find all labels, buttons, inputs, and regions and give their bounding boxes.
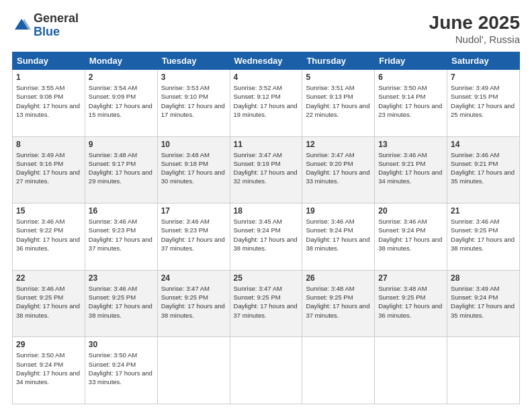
day-info: Sunrise: 3:50 AMSunset: 9:24 PMDaylight:…	[16, 351, 80, 385]
day-info: Sunrise: 3:54 AMSunset: 9:09 PMDaylight:…	[89, 84, 152, 118]
calendar-cell: 3 Sunrise: 3:53 AMSunset: 9:10 PMDayligh…	[157, 70, 230, 137]
calendar-cell: 17 Sunrise: 3:46 AMSunset: 9:23 PMDaylig…	[157, 203, 230, 271]
day-info: Sunrise: 3:48 AMSunset: 9:25 PMDaylight:…	[378, 285, 442, 319]
day-number: 19	[306, 206, 371, 216]
calendar-week-row: 8 Sunrise: 3:49 AMSunset: 9:16 PMDayligh…	[13, 136, 520, 203]
calendar-cell	[375, 337, 447, 404]
day-number: 29	[16, 340, 81, 349]
calendar-cell: 9 Sunrise: 3:48 AMSunset: 9:17 PMDayligh…	[85, 136, 157, 203]
day-info: Sunrise: 3:47 AMSunset: 9:25 PMDaylight:…	[161, 285, 225, 319]
calendar-cell: 20 Sunrise: 3:46 AMSunset: 9:24 PMDaylig…	[375, 203, 447, 271]
logo-icon	[12, 16, 31, 35]
calendar-cell	[230, 337, 302, 404]
calendar-cell: 10 Sunrise: 3:48 AMSunset: 9:18 PMDaylig…	[157, 136, 230, 203]
day-info: Sunrise: 3:46 AMSunset: 9:24 PMDaylight:…	[306, 218, 369, 252]
day-info: Sunrise: 3:46 AMSunset: 9:25 PMDaylight:…	[16, 285, 80, 319]
calendar-week-row: 22 Sunrise: 3:46 AMSunset: 9:25 PMDaylig…	[13, 270, 520, 337]
calendar-cell: 18 Sunrise: 3:45 AMSunset: 9:24 PMDaylig…	[230, 203, 302, 271]
day-number: 26	[306, 273, 371, 283]
day-number: 5	[306, 73, 371, 82]
calendar-cell: 29 Sunrise: 3:50 AMSunset: 9:24 PMDaylig…	[13, 337, 85, 404]
day-info: Sunrise: 3:46 AMSunset: 9:21 PMDaylight:…	[378, 151, 442, 185]
calendar-page: General Blue June 2025 Nudol', Russia Su…	[0, 0, 532, 411]
day-info: Sunrise: 3:46 AMSunset: 9:24 PMDaylight:…	[378, 218, 442, 252]
calendar-cell: 7 Sunrise: 3:49 AMSunset: 9:15 PMDayligh…	[447, 70, 520, 137]
weekday-header: Monday	[85, 52, 157, 70]
day-info: Sunrise: 3:45 AMSunset: 9:24 PMDaylight:…	[234, 218, 298, 252]
day-number: 30	[89, 340, 154, 349]
calendar-cell: 22 Sunrise: 3:46 AMSunset: 9:25 PMDaylig…	[13, 270, 85, 337]
day-number: 17	[161, 206, 226, 216]
calendar-cell: 11 Sunrise: 3:47 AMSunset: 9:19 PMDaylig…	[230, 136, 302, 203]
calendar-cell: 26 Sunrise: 3:48 AMSunset: 9:25 PMDaylig…	[302, 270, 375, 337]
day-number: 18	[234, 206, 299, 216]
day-info: Sunrise: 3:48 AMSunset: 9:25 PMDaylight:…	[306, 285, 369, 319]
day-info: Sunrise: 3:49 AMSunset: 9:24 PMDaylight:…	[451, 285, 515, 319]
day-number: 16	[89, 206, 154, 216]
day-info: Sunrise: 3:55 AMSunset: 9:08 PMDaylight:…	[16, 84, 80, 118]
calendar-week-row: 15 Sunrise: 3:46 AMSunset: 9:22 PMDaylig…	[13, 203, 520, 271]
calendar-cell: 28 Sunrise: 3:49 AMSunset: 9:24 PMDaylig…	[447, 270, 520, 337]
day-info: Sunrise: 3:46 AMSunset: 9:23 PMDaylight:…	[161, 218, 225, 252]
day-number: 2	[89, 73, 154, 82]
calendar-table: SundayMondayTuesdayWednesdayThursdayFrid…	[12, 52, 520, 404]
calendar-cell	[157, 337, 230, 404]
day-number: 12	[306, 140, 371, 149]
day-info: Sunrise: 3:48 AMSunset: 9:17 PMDaylight:…	[89, 151, 152, 185]
day-number: 7	[451, 73, 516, 82]
day-info: Sunrise: 3:50 AMSunset: 9:14 PMDaylight:…	[378, 84, 442, 118]
location: Nudol', Russia	[429, 34, 520, 45]
logo: General Blue	[12, 12, 79, 39]
day-info: Sunrise: 3:46 AMSunset: 9:25 PMDaylight:…	[451, 218, 515, 252]
day-number: 13	[378, 140, 443, 149]
calendar-cell: 4 Sunrise: 3:52 AMSunset: 9:12 PMDayligh…	[230, 70, 302, 137]
calendar-cell: 15 Sunrise: 3:46 AMSunset: 9:22 PMDaylig…	[13, 203, 85, 271]
weekday-header: Friday	[375, 52, 447, 70]
title-block: June 2025 Nudol', Russia	[429, 12, 520, 45]
weekday-header: Thursday	[302, 52, 375, 70]
weekday-header: Tuesday	[157, 52, 230, 70]
calendar-cell: 23 Sunrise: 3:46 AMSunset: 9:25 PMDaylig…	[85, 270, 157, 337]
calendar-cell	[302, 337, 375, 404]
calendar-cell: 1 Sunrise: 3:55 AMSunset: 9:08 PMDayligh…	[13, 70, 85, 137]
calendar-cell: 25 Sunrise: 3:47 AMSunset: 9:25 PMDaylig…	[230, 270, 302, 337]
calendar-cell: 12 Sunrise: 3:47 AMSunset: 9:20 PMDaylig…	[302, 136, 375, 203]
day-info: Sunrise: 3:46 AMSunset: 9:21 PMDaylight:…	[451, 151, 515, 185]
day-number: 15	[16, 206, 81, 216]
day-number: 10	[161, 140, 226, 149]
weekday-header: Saturday	[447, 52, 520, 70]
day-number: 6	[378, 73, 443, 82]
day-number: 24	[161, 273, 226, 283]
calendar-cell: 21 Sunrise: 3:46 AMSunset: 9:25 PMDaylig…	[447, 203, 520, 271]
calendar-week-row: 29 Sunrise: 3:50 AMSunset: 9:24 PMDaylig…	[13, 337, 520, 404]
day-info: Sunrise: 3:46 AMSunset: 9:25 PMDaylight:…	[89, 285, 152, 319]
calendar-cell: 24 Sunrise: 3:47 AMSunset: 9:25 PMDaylig…	[157, 270, 230, 337]
day-number: 1	[16, 73, 81, 82]
day-info: Sunrise: 3:52 AMSunset: 9:12 PMDaylight:…	[234, 84, 298, 118]
day-number: 20	[378, 206, 443, 216]
day-info: Sunrise: 3:46 AMSunset: 9:22 PMDaylight:…	[16, 218, 80, 252]
day-info: Sunrise: 3:47 AMSunset: 9:25 PMDaylight:…	[234, 285, 298, 319]
calendar-cell: 14 Sunrise: 3:46 AMSunset: 9:21 PMDaylig…	[447, 136, 520, 203]
day-info: Sunrise: 3:50 AMSunset: 9:24 PMDaylight:…	[89, 351, 152, 385]
header: General Blue June 2025 Nudol', Russia	[12, 12, 520, 45]
calendar-cell: 2 Sunrise: 3:54 AMSunset: 9:09 PMDayligh…	[85, 70, 157, 137]
logo-blue: Blue	[34, 26, 79, 39]
day-number: 25	[234, 273, 299, 283]
day-number: 14	[451, 140, 516, 149]
calendar-cell: 27 Sunrise: 3:48 AMSunset: 9:25 PMDaylig…	[375, 270, 447, 337]
logo-general: General	[34, 12, 79, 26]
day-info: Sunrise: 3:48 AMSunset: 9:18 PMDaylight:…	[161, 151, 225, 185]
calendar-cell: 8 Sunrise: 3:49 AMSunset: 9:16 PMDayligh…	[13, 136, 85, 203]
day-info: Sunrise: 3:51 AMSunset: 9:13 PMDaylight:…	[306, 84, 369, 118]
day-number: 27	[378, 273, 443, 283]
day-number: 22	[16, 273, 81, 283]
day-info: Sunrise: 3:47 AMSunset: 9:20 PMDaylight:…	[306, 151, 369, 185]
day-info: Sunrise: 3:49 AMSunset: 9:16 PMDaylight:…	[16, 151, 80, 185]
calendar-cell	[447, 337, 520, 404]
calendar-cell: 5 Sunrise: 3:51 AMSunset: 9:13 PMDayligh…	[302, 70, 375, 137]
calendar-cell: 19 Sunrise: 3:46 AMSunset: 9:24 PMDaylig…	[302, 203, 375, 271]
calendar-cell: 16 Sunrise: 3:46 AMSunset: 9:23 PMDaylig…	[85, 203, 157, 271]
calendar-cell: 30 Sunrise: 3:50 AMSunset: 9:24 PMDaylig…	[85, 337, 157, 404]
day-number: 3	[161, 73, 226, 82]
